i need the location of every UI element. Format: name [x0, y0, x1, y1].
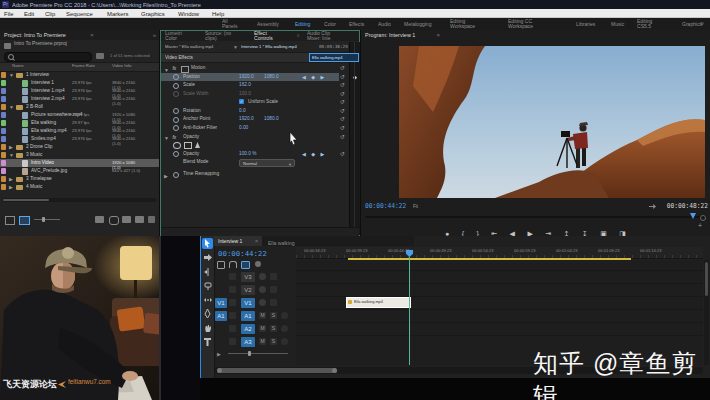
solo-button[interactable]: S — [270, 325, 277, 332]
track-name-v3[interactable]: V3 — [241, 272, 255, 282]
delete-icon[interactable] — [148, 216, 155, 223]
button-editor-plus-icon[interactable]: + — [698, 222, 702, 229]
workspace-tab-editing-workspace[interactable]: Editing Workspace — [450, 19, 486, 29]
effect-scale-row[interactable]: Scale 162.0 ↺ — [161, 81, 349, 89]
stopwatch-icon[interactable] — [173, 151, 179, 157]
scrollbar-thumb[interactable] — [705, 262, 708, 296]
workspace-tab-all-panels[interactable]: All Panels — [222, 19, 241, 29]
program-current-timecode[interactable]: 00:00:44:22 — [365, 203, 406, 210]
zoom-handle-left[interactable] — [217, 368, 222, 373]
zoom-handle-right[interactable] — [332, 368, 337, 373]
project-row-clip[interactable]: Picture somewhere.mp429.97 fps1920 x 108… — [0, 111, 159, 119]
list-view-icon[interactable] — [5, 216, 15, 225]
menu-item-window[interactable]: Window — [178, 10, 199, 16]
project-row-folder[interactable]: ▶3 Timelapse — [0, 175, 159, 183]
project-row-clip[interactable]: Interview 1.mp423.976 fps3840 x 2160 (1.… — [0, 87, 159, 95]
voice-over-record-icon[interactable] — [281, 338, 288, 345]
workspace-tab-editing-cc[interactable]: Editing CC Workspace — [508, 19, 551, 29]
workspace-tab-editing[interactable]: Editing — [295, 21, 310, 26]
workspace-tab-metalogging[interactable]: Metalogging — [404, 21, 431, 26]
position-y-value[interactable]: 1080.0 — [264, 74, 279, 79]
tab-program-monitor[interactable]: Program: Interview 1 — [365, 32, 415, 37]
pen-mask-icon[interactable] — [195, 142, 200, 148]
scrollbar-thumb[interactable] — [3, 199, 49, 201]
new-item-icon[interactable] — [135, 216, 144, 223]
twirl-right-icon[interactable]: ▶ — [9, 176, 13, 182]
reset-icon[interactable]: ↺ — [340, 98, 345, 106]
effect-rotation-row[interactable]: Rotation 0.0 ↺ — [161, 107, 349, 115]
effect-antiflicker-row[interactable]: Anti-flicker Filter 0.00 ↺ — [161, 124, 349, 132]
project-row-folder[interactable]: ▼3 Music — [0, 151, 159, 159]
keyframe-nav-icons[interactable]: ◀ ◆ ▶ — [302, 73, 326, 81]
zoom-slider-handle[interactable] — [42, 217, 45, 222]
twirl-right-icon[interactable]: ▶ — [9, 144, 13, 150]
reset-icon[interactable]: ↺ — [340, 150, 345, 158]
add-marker-icon[interactable] — [255, 261, 261, 267]
track-toggle-icon[interactable] — [270, 273, 277, 280]
close-icon[interactable]: × — [255, 238, 259, 244]
tab-lumetri-color[interactable]: Lumetri Color — [165, 31, 189, 41]
reset-icon[interactable]: ↺ — [340, 81, 345, 89]
ellipse-mask-icon[interactable] — [173, 142, 181, 149]
track-name-v2[interactable]: V2 — [241, 285, 255, 295]
column-header-frame-rate[interactable]: Frame Rate — [72, 63, 95, 67]
eye-icon[interactable] — [259, 273, 266, 280]
effect-position-row[interactable]: Position 1920.0 1080.0 ◀ ◆ ▶ ↺ — [161, 73, 339, 81]
project-row-folder[interactable]: ▼2 B-Roll — [0, 103, 159, 111]
timeline-clip-ella-walking[interactable]: Ella walking.mp4 — [346, 297, 411, 308]
twirl-right-icon[interactable]: ▶ — [217, 351, 221, 357]
project-row-sequence[interactable]: Ella walking29.97 fps3840 x 2160 (1.0) — [0, 119, 159, 127]
find-icon[interactable] — [109, 216, 119, 225]
master-clip-label[interactable]: Master * Ella walking.mp4 — [165, 44, 213, 48]
column-header-name[interactable]: Name — [12, 63, 24, 67]
project-row-folder[interactable]: ▶2 Drone Clip — [0, 143, 159, 151]
anchor-y-value[interactable]: 1080.0 — [264, 116, 279, 121]
effect-motion-row[interactable]: ▼ fx Motion ↺ — [161, 64, 349, 72]
project-row-folder[interactable]: ▶4 Music — [0, 183, 159, 191]
mute-button[interactable]: M — [259, 312, 266, 319]
scrubber-end-knob[interactable] — [700, 215, 706, 221]
workspace-tab-libraries[interactable]: Libraries — [576, 21, 595, 26]
rotation-value[interactable]: 0.0 — [239, 108, 246, 113]
zoom-slider[interactable] — [34, 219, 60, 220]
lock-icon[interactable] — [229, 338, 236, 345]
project-file-row[interactable]: Intro To Premiere.prproj — [0, 41, 159, 50]
effect-keyframe-timeline[interactable]: ◆ — [349, 42, 360, 235]
workspace-tab-color[interactable]: Color — [324, 21, 336, 26]
blend-mode-dropdown[interactable]: Normal ▼ — [239, 159, 295, 167]
slip-tool[interactable] — [202, 294, 213, 305]
reset-icon[interactable]: ↺ — [340, 73, 345, 81]
track-name-v1[interactable]: V1 — [241, 298, 255, 308]
lock-icon[interactable] — [229, 273, 236, 280]
search-input[interactable] — [4, 52, 92, 62]
track-select-tool[interactable] — [202, 252, 213, 263]
workspace-tab-effects[interactable]: Effects — [349, 21, 364, 26]
project-row-selected[interactable]: Intro Video1920 x 1080 (1.0) — [0, 159, 159, 167]
bin-filter-icon[interactable] — [96, 53, 104, 59]
ripple-edit-tool[interactable] — [202, 266, 213, 277]
menu-item-clip[interactable]: Clip — [45, 10, 55, 16]
twirl-down-icon[interactable]: ▼ — [9, 104, 14, 110]
scrollbar-thumb[interactable] — [217, 368, 337, 373]
lock-icon[interactable] — [229, 286, 236, 293]
sequence-clip-label[interactable]: Interview 1 * Ella walking.mp4 — [241, 44, 297, 48]
program-video-frame[interactable] — [399, 46, 705, 198]
project-row-clip[interactable]: Ella walking.mp423.976 fps3840 x 2160 (1… — [0, 127, 159, 135]
project-row-still[interactable]: AVC_Prelude.jpg640 x 427 (1.0) — [0, 167, 159, 175]
hand-tool[interactable] — [202, 322, 213, 333]
panel-menu-icon[interactable]: ≡ — [297, 34, 300, 38]
close-icon[interactable]: × — [437, 32, 441, 38]
menu-item-help[interactable]: Help — [212, 10, 224, 16]
tab-project[interactable]: Project: Intro To Premiere — [4, 32, 66, 37]
reset-icon[interactable]: ↺ — [340, 115, 345, 123]
scrubber-track[interactable] — [365, 216, 706, 218]
workspace-overflow-chevron-icon[interactable]: » — [700, 20, 704, 27]
icon-view-icon[interactable] — [19, 216, 30, 225]
stopwatch-icon[interactable] — [173, 125, 179, 131]
lock-icon[interactable] — [229, 299, 236, 306]
time-remapping-row[interactable]: ▶ Time Remapping — [161, 170, 349, 178]
mute-button[interactable]: M — [259, 325, 266, 332]
checkbox-checked-icon[interactable]: ✓ — [239, 99, 244, 104]
project-horizontal-scrollbar[interactable] — [2, 198, 156, 202]
razor-tool[interactable] — [202, 280, 213, 291]
